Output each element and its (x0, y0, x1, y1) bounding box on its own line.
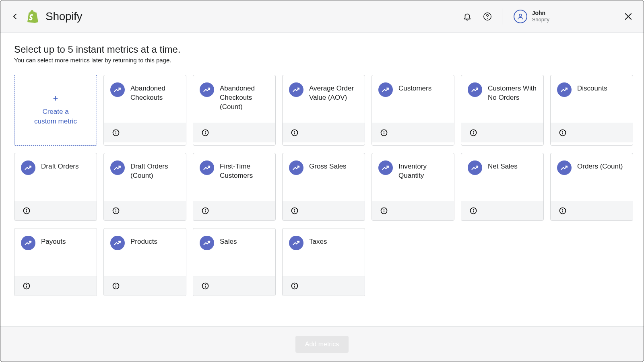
svg-rect-50 (205, 286, 206, 288)
chart-line-icon (468, 82, 482, 97)
info-icon[interactable] (201, 282, 209, 290)
metric-card-footer (104, 201, 186, 220)
chart-line-icon (289, 82, 303, 97)
metric-card[interactable]: Average Order Value (AOV) (282, 75, 365, 146)
metric-card[interactable]: Taxes (282, 228, 365, 296)
info-icon[interactable] (23, 282, 31, 290)
metric-label: Abandoned Checkouts (Count) (220, 82, 269, 119)
create-custom-metric-card[interactable]: + Create a custom metric (14, 75, 97, 146)
metric-card-footer (283, 201, 365, 220)
svg-rect-23 (26, 210, 27, 212)
metric-card[interactable]: Discounts (550, 75, 633, 146)
svg-point-22 (26, 209, 27, 210)
metric-card-footer (104, 276, 186, 296)
metric-card-footer (104, 123, 186, 142)
info-icon[interactable] (380, 207, 388, 215)
metric-card[interactable]: Customers (372, 75, 454, 146)
svg-point-4 (116, 131, 116, 132)
svg-point-19 (562, 131, 563, 132)
info-icon[interactable] (559, 207, 567, 215)
metric-card-body: Customers (372, 75, 454, 123)
metric-card-body: Inventory Quantity (372, 153, 454, 201)
svg-point-52 (294, 284, 295, 285)
info-icon[interactable] (201, 129, 209, 137)
chart-line-icon (200, 236, 214, 250)
metric-label: Payouts (41, 236, 66, 272)
metric-card-body: Net Sales (461, 153, 543, 201)
page-subtitle: You can select more metrics later by ret… (14, 57, 630, 64)
metric-card-footer (14, 276, 97, 296)
info-icon[interactable] (291, 207, 299, 215)
metric-card[interactable]: Inventory Quantity (372, 153, 454, 221)
metric-card[interactable]: Payouts (14, 228, 97, 296)
svg-rect-11 (294, 132, 295, 134)
svg-rect-53 (294, 286, 295, 288)
metric-card-footer (461, 201, 543, 220)
metric-card-body: Taxes (283, 228, 365, 276)
svg-point-46 (116, 284, 116, 285)
header-right: John Shopify (462, 8, 634, 25)
info-icon[interactable] (23, 207, 31, 215)
info-icon[interactable] (201, 207, 209, 215)
svg-rect-17 (473, 132, 474, 134)
metric-card-body: Average Order Value (AOV) (283, 75, 365, 123)
metric-card-footer (283, 123, 365, 142)
user-menu[interactable]: John Shopify (514, 10, 549, 23)
info-icon[interactable] (291, 282, 299, 290)
metric-card-footer (372, 123, 454, 142)
metric-card[interactable]: Sales (193, 228, 276, 296)
metric-label: Customers With No Orders (488, 82, 537, 119)
brand-title: Shopify (45, 10, 82, 23)
metric-card-body: Abandoned Checkouts (Count) (193, 75, 275, 123)
custom-metric-label: Create a custom metric (34, 107, 77, 126)
info-icon[interactable] (380, 129, 388, 137)
metric-card-footer (283, 276, 365, 296)
chart-line-icon (21, 160, 35, 175)
plus-icon: + (53, 94, 58, 103)
metric-card[interactable]: Gross Sales (282, 153, 365, 221)
info-icon[interactable] (559, 129, 567, 137)
metric-label: Gross Sales (309, 160, 347, 197)
metric-card[interactable]: Net Sales (461, 153, 544, 221)
metric-label: Draft Orders (41, 160, 79, 197)
svg-point-31 (294, 209, 295, 210)
svg-point-34 (384, 209, 384, 210)
info-icon[interactable] (469, 207, 477, 215)
info-icon[interactable] (291, 129, 299, 137)
metric-card-body: Discounts (551, 75, 633, 123)
metrics-grid: + Create a custom metric Abandoned Check… (14, 75, 630, 296)
shopify-logo-icon (27, 10, 38, 23)
info-icon[interactable] (112, 129, 120, 137)
svg-point-7 (205, 131, 206, 132)
metric-label: Average Order Value (AOV) (309, 82, 358, 119)
svg-point-40 (562, 209, 563, 210)
metric-card[interactable]: Abandoned Checkouts (103, 75, 186, 146)
app-header: Shopify John Shopify (0, 0, 644, 33)
metric-card[interactable]: Orders (Count) (550, 153, 633, 221)
metric-card[interactable]: Draft Orders (Count) (103, 153, 186, 221)
notifications-button[interactable] (462, 11, 473, 22)
svg-point-13 (384, 131, 384, 132)
person-icon (517, 13, 524, 20)
metric-card[interactable]: Draft Orders (14, 153, 97, 221)
info-icon[interactable] (112, 282, 120, 290)
metric-label: Abandoned Checkouts (130, 82, 180, 119)
metric-card[interactable]: First-Time Customers (193, 153, 276, 221)
chart-line-icon (557, 82, 572, 97)
back-button[interactable] (10, 12, 20, 21)
add-metrics-button[interactable]: Add metrics (295, 336, 349, 353)
help-button[interactable] (482, 11, 493, 22)
metric-card[interactable]: Abandoned Checkouts (Count) (193, 75, 276, 146)
svg-point-28 (205, 209, 206, 210)
svg-rect-8 (205, 132, 206, 134)
metric-card[interactable]: Customers With No Orders (461, 75, 544, 146)
metric-card-body: Payouts (14, 228, 97, 276)
close-button[interactable] (623, 11, 634, 22)
info-icon[interactable] (112, 207, 120, 215)
info-icon[interactable] (469, 129, 477, 137)
metric-card[interactable]: Products (103, 228, 186, 296)
svg-rect-26 (116, 210, 116, 212)
svg-point-43 (26, 284, 27, 285)
metric-card-footer (14, 201, 97, 220)
metric-card-footer (193, 123, 275, 142)
